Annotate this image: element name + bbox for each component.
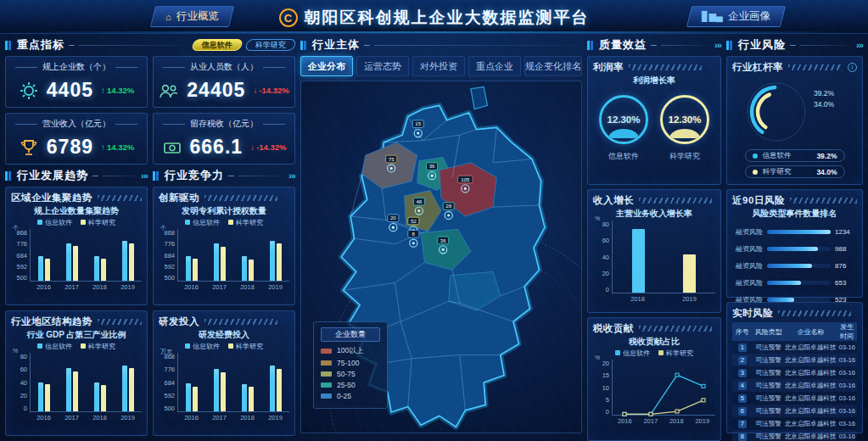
metric-card-1: 从业人员数（人）24405↓-14.32% [153,56,295,108]
metric-value: 24405 [187,79,245,102]
legend-item: 科学研究 [658,349,693,358]
panel-title: 行业地区结构趋势 [11,315,92,328]
metric-title: 营业收入（亿元） [6,118,147,130]
tab-运营态势[interactable]: 运营态势 [356,56,409,76]
risk-type: 司法预警 [753,405,785,417]
trend-panel-0: 区域企业集聚趋势规上企业数量集聚趋势信息软件科学研究个8687766845925… [5,187,148,305]
row-no-badge: 1 [738,343,747,352]
y-tick: 684 [11,252,27,260]
company-name: 北京启阳卓越科技有限公司 [785,392,837,405]
y-tick: 0 [11,405,27,412]
metric-card-2: 营业收入（亿元）6789↑14.32% [5,113,148,165]
table-row[interactable]: 7司法预警北京启阳卓越科技有限公司03-16 [732,417,857,430]
risk-type: 司法预警 [753,392,785,405]
filter-tab-0[interactable]: 信息软件 [191,39,244,51]
gauge-info-software: 12.30% 信息软件 [599,95,648,162]
tax-contribution-chart: 税收贡献占比信息软件科学研究%201510502016201720182019 [593,336,715,425]
x-tick: 2017 [64,414,79,421]
y-tick: 40 [11,379,27,387]
bar-group [683,254,696,293]
industry-main-section: 行业主体 – 企业分布运营态势对外投资重点企业规企变化排名 [300,37,582,436]
tab-对外投资[interactable]: 对外投资 [412,56,465,76]
bar-group [94,256,106,281]
bar [214,369,219,411]
table-row[interactable]: 5司法预警北京启阳卓越科技有限公司03-16 [732,392,857,405]
gear-icon [19,81,39,101]
metric-delta: ↑14.32% [101,86,134,95]
bar-track [767,247,831,251]
row-no-badge: 5 [738,394,747,403]
more-arrow[interactable]: ››› [141,170,148,181]
bar-group [38,382,50,411]
nav-industry-overview[interactable]: ⌂ 行业概览 [150,6,234,27]
occur-time: 03-16 [837,405,857,417]
y-tick: 776 [159,240,175,248]
table-row[interactable]: 3司法预警北京启阳卓越科技有限公司03-16 [732,366,857,379]
hatch-decoration [204,319,277,325]
metric-delta: ↑14.32% [101,142,134,152]
plot-area [177,229,289,282]
table-row[interactable]: 2司法预警北京启阳卓越科技有限公司03-16 [732,354,857,366]
income-growth-chart: 主营业务收入增长率%80604020020182019 [593,208,715,303]
svg-text:75: 75 [389,156,395,162]
nav-enterprise-profile[interactable]: ▊▆▄ 企业画像 [686,6,786,27]
x-tick: 2019 [120,414,135,421]
y-tick: 592 [159,263,175,271]
y-tick: 5 [593,396,609,404]
legend-label: 75-100 [337,359,359,367]
gauge-science-research: 12.30% 科学研究 [660,95,709,162]
map-legend: 企业数量 100以上75-10050-7525-500-25 [313,321,388,409]
row-no-badge: 7 [738,420,747,428]
quality-section: 质量效益 – ››› 利润率 利润增长率 12.30% 信息软件 [587,37,721,436]
industry-main-tabs: 企业分布运营态势对外投资重点企业规企变化排名 [300,56,582,76]
tab-重点企业[interactable]: 重点企业 [468,56,521,76]
occur-time: 03-16 [837,392,857,405]
axis-unit-label: % [595,215,600,221]
legend-swatch [185,343,190,349]
row-no: 7 [732,417,753,430]
chart-legend: 信息软件科学研究 [159,218,289,227]
x-tick: 2018 [630,295,645,303]
metric-card-3: 留存税收（亿元）666.1↓-14.32% [153,113,295,165]
tax-contribution-panel: 税收贡献 税收贡献占比信息软件科学研究%20151050201620172018… [587,317,721,441]
dev-trend-section: 行业发展趋势 – ››› 区域企业集聚趋势规上企业数量集聚趋势信息软件科学研究个… [5,168,148,438]
table-row[interactable]: 6司法预警北京启阳卓越科技有限公司03-16 [732,405,857,417]
risk-rank-row: 融资风险653 [732,274,857,291]
y-tick: 684 [159,252,175,260]
bar [249,387,254,411]
more-arrow[interactable]: ››› [856,40,863,50]
filter-tab-1[interactable]: 科学研究 [244,39,297,51]
table-row[interactable]: 1司法预警北京启阳卓越科技有限公司03-16 [732,341,857,354]
panel-title: 收入增长 [593,194,634,207]
bar-group [66,243,78,281]
gauge-wave [608,129,639,138]
x-axis: 2016201720182019 [177,282,289,291]
legend-label: 25-50 [337,381,356,389]
occur-time: 03-16 [837,430,857,441]
table-row[interactable]: 8司法预警北京启阳卓越科技有限公司03-16 [732,430,857,441]
more-arrow[interactable]: ››› [288,170,295,181]
legend-swatch [81,220,86,225]
more-arrow[interactable]: ››› [714,40,721,50]
y-tick: 776 [159,366,175,373]
legend-label: 100以上 [337,346,363,356]
svg-text:15: 15 [415,120,421,126]
row-no-badge: 2 [738,356,747,365]
info-icon[interactable]: i [848,63,857,72]
tab-企业分布[interactable]: 企业分布 [300,56,353,76]
row-no-badge: 4 [738,382,747,390]
people-icon [159,81,179,101]
tab-规企变化排名[interactable]: 规企变化排名 [524,56,582,76]
nav-industry-overview-label: 行业概览 [176,9,219,24]
risk-type: 司法预警 [753,417,785,430]
gauge-value: 12.30% [668,114,701,125]
col-header: 企业名称 [785,322,837,341]
plot-area [30,229,142,282]
company-name: 北京启阳卓越科技有限公司 [785,405,837,417]
app-title-wrap: C 朝阳区科创规上企业大数据监测平台 [279,7,590,29]
section-title: 行业发展趋势 [17,168,88,183]
table-row[interactable]: 4司法预警北京启阳卓越科技有限公司03-16 [732,379,857,392]
risk-type-label: 融资风险 [732,227,763,237]
y-axis: 806040200 [11,353,30,412]
axis-unit-label: 个 [160,224,166,232]
